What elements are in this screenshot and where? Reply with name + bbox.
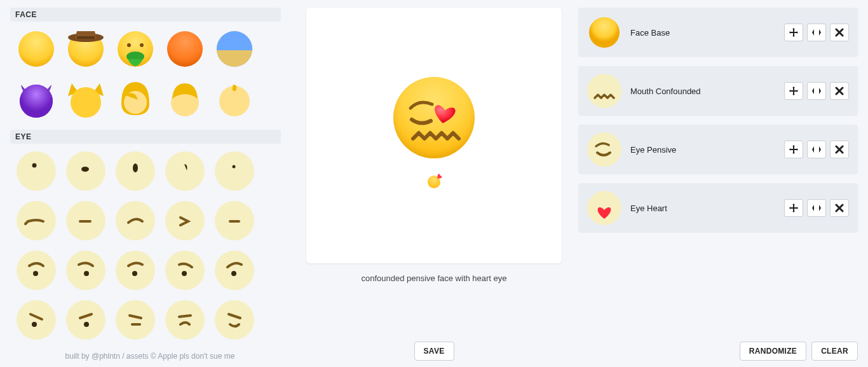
eye-tile-brow-dot-2[interactable] bbox=[62, 247, 109, 294]
remove-icon[interactable] bbox=[830, 199, 849, 217]
layer-name: Eye Heart bbox=[630, 204, 775, 213]
eye-tile-gt[interactable] bbox=[161, 197, 208, 244]
footer-credits: built by @phlntn / assets © Apple pls do… bbox=[10, 347, 290, 361]
clear-button[interactable]: CLEAR bbox=[811, 342, 858, 361]
remove-icon[interactable] bbox=[830, 82, 849, 100]
eye-tile-brow-slant-4[interactable] bbox=[161, 296, 208, 343]
svg-point-20 bbox=[81, 167, 89, 172]
swap-icon[interactable] bbox=[807, 141, 826, 158]
face-tile-cowboy[interactable] bbox=[62, 25, 109, 73]
svg-point-23 bbox=[33, 271, 38, 276]
layer-name: Mouth Confounded bbox=[630, 87, 775, 96]
move-icon[interactable] bbox=[784, 199, 803, 217]
center-actions: SAVE bbox=[414, 342, 454, 361]
svg-point-7 bbox=[140, 43, 144, 47]
eye-tile-brow-dot-1[interactable] bbox=[13, 247, 60, 294]
remove-icon[interactable] bbox=[830, 24, 849, 41]
layer-row: Eye Heart bbox=[578, 183, 858, 233]
layer-name: Eye Pensive bbox=[630, 145, 775, 155]
svg-point-25 bbox=[132, 271, 137, 276]
face-tile-woman-hair[interactable] bbox=[112, 75, 159, 122]
eye-tile-brow-slant-5[interactable] bbox=[211, 296, 258, 343]
layer-row: Mouth Confounded bbox=[578, 66, 858, 116]
face-tile-orange[interactable] bbox=[161, 25, 208, 73]
save-button[interactable]: SAVE bbox=[414, 342, 454, 361]
category-eye-header: EYE bbox=[10, 130, 281, 144]
svg-point-27 bbox=[231, 271, 236, 276]
face-tile-devil-purple[interactable] bbox=[13, 75, 60, 122]
palette-scroll[interactable]: FACE EYE bbox=[10, 8, 290, 347]
layer-thumb bbox=[587, 132, 621, 167]
layers-panel: Face Base Mouth Confounded Eye Pensive E… bbox=[578, 8, 858, 361]
layer-name: Face Base bbox=[630, 28, 775, 38]
eye-tile-dot-hook[interactable] bbox=[161, 148, 208, 195]
layer-thumb bbox=[587, 74, 621, 108]
app-root: FACE EYE bbox=[0, 0, 868, 367]
eye-tile-dot-oval-v[interactable] bbox=[112, 148, 159, 195]
right-actions: RANDOMIZE CLEAR bbox=[578, 342, 858, 361]
preview-panel: confounded pensive face with heart eye S… bbox=[302, 8, 566, 361]
preview-emoji bbox=[386, 70, 482, 165]
eye-tile-line-curve[interactable] bbox=[112, 197, 159, 244]
preview-canvas bbox=[306, 8, 562, 263]
eye-tile-line-lash[interactable] bbox=[13, 197, 60, 244]
eye-grid bbox=[10, 148, 281, 343]
svg-rect-3 bbox=[77, 36, 95, 39]
face-tile-vomit[interactable] bbox=[112, 25, 159, 73]
svg-point-0 bbox=[18, 31, 54, 67]
svg-point-8 bbox=[167, 31, 203, 67]
svg-point-15 bbox=[71, 87, 101, 118]
palette-panel: FACE EYE bbox=[10, 8, 290, 361]
eye-tile-dot-tiny[interactable] bbox=[211, 148, 258, 195]
face-tile-man-hair[interactable] bbox=[161, 75, 208, 122]
randomize-button[interactable]: RANDOMIZE bbox=[740, 342, 806, 361]
svg-rect-10 bbox=[214, 29, 255, 50]
layer-buttons bbox=[784, 24, 849, 41]
svg-point-28 bbox=[32, 322, 37, 327]
eye-tile-brow-slant-3[interactable] bbox=[112, 296, 159, 343]
face-tile-sunset[interactable] bbox=[211, 25, 258, 73]
svg-point-6 bbox=[127, 43, 131, 47]
eye-tile-brow-dot-5[interactable] bbox=[211, 247, 258, 294]
swap-icon[interactable] bbox=[807, 24, 826, 41]
layer-thumb bbox=[587, 15, 621, 50]
face-tile-base-yellow[interactable] bbox=[13, 25, 60, 73]
remove-icon[interactable] bbox=[830, 141, 849, 158]
eye-tile-line-flat[interactable] bbox=[62, 197, 109, 244]
svg-point-21 bbox=[133, 163, 138, 172]
eye-tile-dot-up[interactable] bbox=[13, 148, 60, 195]
swap-icon[interactable] bbox=[807, 82, 826, 100]
category-face-header: FACE bbox=[10, 8, 281, 22]
swap-icon[interactable] bbox=[807, 199, 826, 217]
eye-tile-brow-dot-4[interactable] bbox=[161, 247, 208, 294]
svg-point-24 bbox=[84, 271, 89, 276]
layer-thumb bbox=[587, 191, 621, 225]
svg-point-29 bbox=[84, 322, 89, 327]
move-icon[interactable] bbox=[784, 141, 803, 158]
svg-point-26 bbox=[182, 271, 187, 276]
layer-row: Face Base bbox=[578, 8, 858, 57]
svg-point-30 bbox=[589, 17, 620, 48]
face-tile-baby[interactable] bbox=[211, 75, 258, 122]
layers-list: Face Base Mouth Confounded Eye Pensive E… bbox=[578, 8, 858, 342]
preview-mouth-confounded bbox=[386, 70, 482, 165]
face-tile-cat[interactable] bbox=[62, 75, 109, 122]
layer-buttons bbox=[784, 82, 849, 100]
svg-point-14 bbox=[20, 85, 53, 118]
eye-tile-brow-dot-3[interactable] bbox=[112, 247, 159, 294]
layer-buttons bbox=[784, 141, 849, 158]
eye-tile-dash[interactable] bbox=[211, 197, 258, 244]
layer-buttons bbox=[784, 199, 849, 217]
eye-tile-brow-slant-2[interactable] bbox=[62, 296, 109, 343]
mini-preview-icon bbox=[428, 176, 440, 188]
eye-tile-dot-oval-h[interactable] bbox=[62, 148, 109, 195]
eye-tile-brow-slant-1[interactable] bbox=[13, 296, 60, 343]
move-icon[interactable] bbox=[784, 82, 803, 100]
face-grid bbox=[10, 25, 281, 122]
layer-row: Eye Pensive bbox=[578, 125, 858, 174]
move-icon[interactable] bbox=[784, 24, 803, 41]
emoji-caption: confounded pensive face with heart eye bbox=[361, 274, 506, 283]
svg-point-19 bbox=[32, 163, 37, 168]
svg-point-22 bbox=[233, 165, 236, 169]
